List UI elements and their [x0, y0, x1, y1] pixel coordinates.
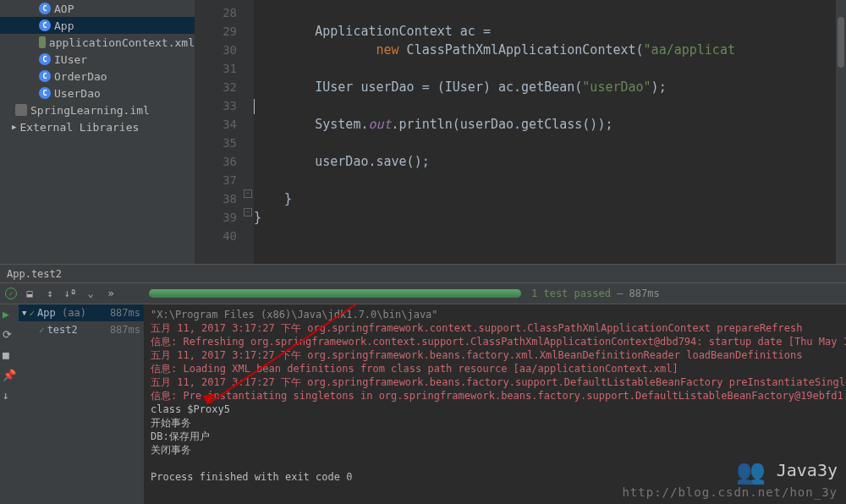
tree-item-userdao[interactable]: CUserDao	[0, 85, 195, 101]
chevron-down-icon: ▼	[22, 309, 26, 317]
console-line: 五月 11, 2017 3:17:27 下午 org.springframewo…	[151, 375, 839, 389]
chevron-right-icon: ▶	[12, 123, 16, 131]
test-name: App	[37, 307, 56, 319]
class-icon: C	[39, 53, 51, 65]
test-time: 887ms	[110, 307, 140, 319]
test-status: 1 test passed – 887ms	[531, 288, 660, 299]
console-line: 五月 11, 2017 3:17:27 下午 org.springframewo…	[151, 348, 839, 362]
tree-item-label: App	[54, 19, 74, 32]
console-line: 五月 11, 2017 3:17:27 下午 org.springframewo…	[151, 321, 839, 335]
watermark-text: Java3y	[777, 460, 838, 480]
console-line: 信息: Loading XML bean definitions from cl…	[151, 362, 839, 375]
breadcrumb-text: App.test2	[7, 268, 62, 280]
tree-item-xml[interactable]: applicationContext.xml	[0, 34, 195, 51]
class-icon: C	[39, 87, 51, 99]
tree-item-orderdao[interactable]: COrderDao	[0, 68, 195, 85]
watermark-url: http://blog.csdn.net/hon_3y	[622, 485, 838, 499]
ok-icon: ✓	[29, 308, 35, 319]
console-line: 信息: Refreshing org.springframework.conte…	[151, 335, 839, 348]
class-icon: C	[39, 70, 51, 82]
filter-icon[interactable]: ⌄	[83, 286, 98, 301]
collapse-icon[interactable]: ⬓	[22, 286, 37, 301]
ok-icon: ✓	[39, 325, 45, 336]
xml-icon	[39, 36, 46, 48]
test-tree[interactable]: ▼ ✓ App (aa) 887ms ✓ test2 887ms	[19, 304, 144, 504]
tree-item-label: AOP	[54, 3, 74, 15]
console-line: 信息: Pre-instantiating singletons in org.…	[151, 389, 839, 403]
run-gutter: ▶ ⟳ ■ 📌 ↓	[0, 304, 19, 504]
file-icon	[15, 104, 27, 116]
sort-icon[interactable]: ↓ª	[63, 286, 78, 301]
text-caret	[254, 99, 255, 114]
test-name: test2	[47, 324, 78, 336]
more-icon[interactable]: »	[103, 286, 118, 301]
breadcrumb[interactable]: App.test2	[0, 264, 846, 282]
test-progress-bar	[149, 289, 521, 298]
fold-icon[interactable]: −	[244, 208, 252, 216]
code-area[interactable]: ApplicationContext ac = new ClassPathXml…	[254, 0, 846, 264]
tree-item-label: applicationContext.xml	[49, 36, 195, 49]
class-icon: C	[39, 19, 51, 31]
tree-item-label: UserDao	[54, 87, 101, 100]
vertical-scrollbar[interactable]	[836, 0, 846, 264]
test-tree-root[interactable]: ▼ ✓ App (aa) 887ms	[19, 304, 144, 321]
console-line: class $Proxy5	[151, 403, 839, 416]
tree-item-iml[interactable]: SpringLearning.iml	[0, 101, 195, 118]
fold-icon[interactable]: −	[244, 189, 252, 198]
tree-item-app[interactable]: CApp	[0, 17, 195, 34]
console-line: DB:保存用户	[151, 430, 839, 443]
test-time: 887ms	[110, 324, 140, 336]
run-toolbar: ✓ ⬓ ↕ ↓ª ⌄ » 1 test passed – 887ms	[0, 282, 846, 304]
tree-item-label: SpringLearning.iml	[30, 104, 150, 117]
console-line: 开始事务	[151, 416, 839, 430]
rerun-failed-icon[interactable]: ⟳	[3, 328, 16, 342]
console-line: "X:\Program Files (x86)\Java\jdk1.7.0\bi…	[151, 308, 839, 321]
project-tree[interactable]: CAOP CApp applicationContext.xml CIUser …	[0, 0, 195, 264]
down-icon[interactable]: ↓	[3, 389, 16, 403]
tree-item-iuser[interactable]: CIUser	[0, 51, 195, 68]
line-gutter: 28293031323334353637383940	[195, 0, 254, 264]
toggle-icon[interactable]: ↕	[42, 286, 58, 301]
class-icon: C	[39, 3, 51, 14]
wechat-icon: 👥	[736, 457, 766, 485]
tree-item-ext-lib[interactable]: ▶External Libraries	[0, 118, 195, 135]
pin-icon[interactable]: 📌	[3, 369, 16, 382]
scrollbar-thumb[interactable]	[838, 17, 844, 68]
test-pkg: (aa)	[62, 307, 86, 319]
tree-item-label: External Libraries	[19, 121, 139, 134]
tree-item-label: OrderDao	[54, 70, 107, 83]
test-tree-item[interactable]: ✓ test2 887ms	[19, 321, 144, 338]
run-ok-icon[interactable]: ✓	[5, 288, 17, 299]
tree-item-aop[interactable]: CAOP	[0, 0, 195, 17]
code-editor[interactable]: 28293031323334353637383940 ApplicationCo…	[195, 0, 846, 264]
rerun-icon[interactable]: ▶	[3, 308, 16, 321]
tree-item-label: IUser	[54, 53, 87, 66]
stop-icon[interactable]: ■	[3, 348, 16, 362]
console-line: 关闭事务	[151, 443, 839, 457]
